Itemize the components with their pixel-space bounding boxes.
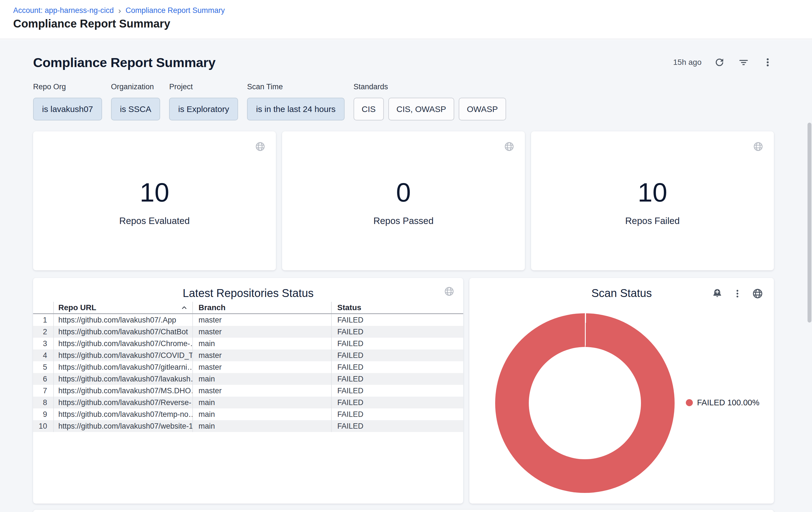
filter-chip-standard-cis-owasp[interactable]: CIS, OWASP	[388, 98, 454, 120]
filter-organization: Organization is SSCA	[111, 83, 161, 120]
filter-repo-org: Repo Org is lavakush07	[33, 83, 102, 120]
cell-branch: main	[192, 338, 331, 349]
dashboard-title: Compliance Report Summary	[33, 55, 215, 70]
dashboard-header: Compliance Report Summary 15h ago	[33, 54, 774, 71]
scan-status-donut-chart[interactable]	[495, 313, 675, 493]
cell-branch: main	[192, 397, 331, 408]
filter-chip-organization[interactable]: is SSCA	[111, 98, 161, 120]
cell-num: 2	[33, 326, 53, 338]
globe-icon[interactable]	[254, 140, 266, 153]
stat-value: 0	[282, 179, 525, 206]
cell-url: https://github.com/lavakush07/gitlearni…	[53, 361, 192, 373]
cell-url: https://github.com/lavakush07/MS.DHO…	[53, 385, 192, 397]
column-header-repo-url[interactable]: Repo URL	[53, 302, 192, 313]
cell-branch: main	[192, 408, 331, 420]
cell-status: FAILED	[331, 314, 463, 326]
scan-status-panel: Scan Status	[469, 278, 774, 504]
cell-url: https://github.com/lavakush07/lavakush…	[53, 373, 192, 385]
breadcrumb-separator-icon: ›	[118, 7, 121, 14]
cell-num: 6	[33, 373, 53, 385]
filter-chip-standard-owasp[interactable]: OWASP	[459, 98, 506, 120]
bell-plus-icon	[712, 288, 723, 299]
stat-value: 10	[531, 179, 774, 206]
latest-repositories-panel: Latest Repositories Status Repo URL	[33, 278, 463, 504]
column-header-branch[interactable]: Branch	[192, 302, 331, 313]
stat-card-repos-evaluated: 10 Repos Evaluated	[33, 131, 276, 270]
filter-chip-project[interactable]: is Exploratory	[169, 98, 238, 120]
row-number-header	[33, 302, 53, 313]
globe-icon[interactable]	[443, 285, 455, 298]
table-header-row: Repo URL Branch Status	[33, 302, 463, 314]
next-panel-partial	[33, 510, 774, 512]
page-scrollbar-thumb[interactable]	[808, 123, 811, 323]
column-header-label: Repo URL	[58, 303, 96, 312]
refresh-icon	[714, 57, 725, 68]
table-row: 5https://github.com/lavakush07/gitlearni…	[33, 361, 463, 373]
cell-status: FAILED	[331, 361, 463, 373]
globe-icon[interactable]	[503, 140, 515, 153]
cell-url: https://github.com/lavakush07/Reverse-…	[53, 397, 192, 408]
filter-label: Project	[169, 83, 238, 91]
table-body: 1https://github.com/lavakush07/.Appmaste…	[33, 314, 463, 432]
cell-branch: master	[192, 326, 331, 338]
last-updated-label: 15h ago	[673, 58, 701, 67]
cell-num: 1	[33, 314, 53, 326]
stat-label: Repos Failed	[531, 216, 774, 226]
table-row: 9https://github.com/lavakush07/temp-no…m…	[33, 408, 463, 420]
breadcrumb: Account: app-harness-ng-cicd › Complianc…	[13, 6, 225, 15]
cell-num: 9	[33, 408, 53, 420]
cell-url: https://github.com/lavakush07/Chrome-…	[53, 338, 192, 349]
page-title: Compliance Report Summary	[13, 18, 170, 30]
sort-ascending-icon	[180, 304, 188, 311]
stat-cards: 10 Repos Evaluated 0 Repos Passed	[33, 131, 774, 270]
dashboard-more-menu-button[interactable]	[761, 56, 774, 69]
breadcrumb-account-link[interactable]: Account: app-harness-ng-cicd	[13, 6, 114, 15]
legend-item-failed[interactable]: FAILED 100.00%	[686, 398, 759, 407]
filter-label: Standards	[354, 83, 506, 91]
cell-branch: master	[192, 361, 331, 373]
cell-url: https://github.com/lavakush07/temp-no…	[53, 408, 192, 420]
globe-icon[interactable]	[751, 288, 764, 300]
cell-status: FAILED	[331, 349, 463, 361]
stat-label: Repos Evaluated	[33, 216, 276, 226]
filter-icon	[738, 57, 749, 68]
cell-status: FAILED	[331, 385, 463, 397]
filter-label: Scan Time	[247, 83, 345, 91]
cell-num: 4	[33, 349, 53, 361]
cell-status: FAILED	[331, 420, 463, 432]
breadcrumb-current-link[interactable]: Compliance Report Summary	[126, 6, 225, 15]
stat-value: 10	[33, 179, 276, 206]
cell-url: https://github.com/lavakush07/COVID_T…	[53, 349, 192, 361]
cell-num: 10	[33, 420, 53, 432]
table-row: 2https://github.com/lavakush07/ChatBotma…	[33, 326, 463, 338]
cell-status: FAILED	[331, 373, 463, 385]
cell-num: 3	[33, 338, 53, 349]
cell-branch: master	[192, 314, 331, 326]
kebab-menu-icon	[732, 288, 743, 299]
filter-button[interactable]	[737, 56, 750, 69]
cell-status: FAILED	[331, 397, 463, 408]
repositories-table: Repo URL Branch Status	[33, 302, 463, 432]
cell-branch: main	[192, 373, 331, 385]
table-row: 8https://github.com/lavakush07/Reverse-……	[33, 397, 463, 408]
filter-label: Organization	[111, 83, 161, 91]
column-header-status[interactable]: Status	[331, 302, 463, 313]
globe-icon[interactable]	[752, 140, 764, 153]
column-header-label: Status	[337, 303, 361, 312]
table-row: 6https://github.com/lavakush07/lavakush……	[33, 373, 463, 385]
tile-more-menu-button[interactable]	[731, 288, 744, 300]
filter-chip-scan-time[interactable]: is in the last 24 hours	[247, 98, 345, 120]
cell-num: 5	[33, 361, 53, 373]
filter-bar: Repo Org is lavakush07 Organization is S…	[33, 83, 774, 120]
column-header-label: Branch	[199, 303, 226, 312]
filter-chip-standard-cis[interactable]: CIS	[354, 98, 384, 120]
cell-status: FAILED	[331, 326, 463, 338]
table-row: 3https://github.com/lavakush07/Chrome-…m…	[33, 338, 463, 349]
cell-url: https://github.com/lavakush07/website-1	[53, 420, 192, 432]
refresh-button[interactable]	[713, 56, 726, 69]
filter-standards: Standards CIS CIS, OWASP OWASP	[354, 83, 506, 120]
filter-chip-repo-org[interactable]: is lavakush07	[33, 98, 102, 120]
alert-bell-button[interactable]	[711, 288, 723, 300]
table-row: 1https://github.com/lavakush07/.Appmaste…	[33, 314, 463, 326]
kebab-menu-icon	[762, 57, 773, 68]
